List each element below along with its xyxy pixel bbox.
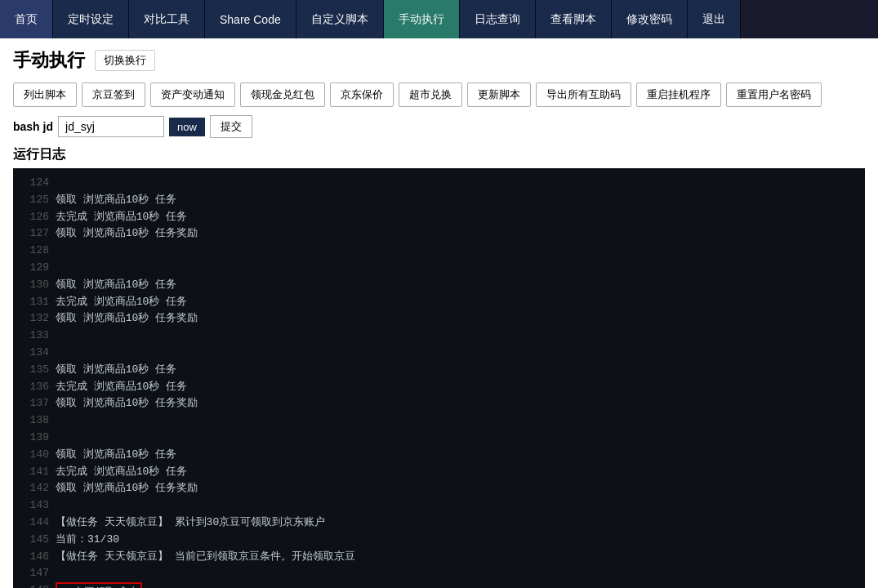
action-btn-领现金兑红包[interactable]: 领现金兑红包 xyxy=(240,82,325,107)
action-btn-重置用户名密码[interactable]: 重置用户名密码 xyxy=(726,82,822,107)
log-line-number: 135 xyxy=(23,362,49,379)
nav-item-定时设定[interactable]: 定时设定 xyxy=(53,0,129,38)
log-line-number: 136 xyxy=(23,379,49,396)
action-btn-京东保价[interactable]: 京东保价 xyxy=(330,82,394,107)
cmd-prefix: bash jd xyxy=(13,120,53,133)
log-line-text: 领取 浏览商品10秒 任务 xyxy=(56,277,176,294)
page-title-area: 手动执行 切换换行 xyxy=(13,48,865,73)
log-line-number: 148 xyxy=(23,582,49,588)
log-line: 127领取 浏览商品10秒 任务奖励 xyxy=(23,225,855,243)
log-line-text: 领取 浏览商品10秒 任务 xyxy=(56,362,176,379)
log-line: 147 xyxy=(23,565,855,582)
log-line: 145当前：31/30 xyxy=(23,532,855,549)
nav-item-自定义脚本[interactable]: 自定义脚本 xyxy=(296,0,384,38)
log-line-number: 141 xyxy=(23,464,49,481)
log-line-number: 129 xyxy=(23,260,49,277)
log-line: 125领取 浏览商品10秒 任务 xyxy=(23,192,855,209)
log-line-number: 124 xyxy=(23,175,49,192)
log-line: 131去完成 浏览商品10秒 任务 xyxy=(23,294,855,311)
cmd-input[interactable] xyxy=(58,116,164,137)
action-btn-重启挂机程序[interactable]: 重启挂机程序 xyxy=(636,82,721,107)
log-line-text: 领取 浏览商品10秒 任务奖励 xyxy=(56,310,198,327)
log-line-number: 146 xyxy=(23,549,49,566)
log-line-number: 133 xyxy=(23,327,49,345)
nav-item-首页[interactable]: 首页 xyxy=(0,0,53,38)
log-line-number: 139 xyxy=(23,430,49,447)
log-section-title: 运行日志 xyxy=(13,146,865,163)
log-line-number: 125 xyxy=(23,192,49,209)
log-line: 130领取 浏览商品10秒 任务 xyxy=(23,277,855,294)
nav-item-对比工具[interactable]: 对比工具 xyxy=(129,0,205,38)
log-line-text: 【做任务 天天领京豆】 累计到30京豆可领取到京东账户 xyxy=(56,514,325,532)
log-line-text: 领取 浏览商品10秒 任务奖励 xyxy=(56,395,198,412)
log-line-number: 130 xyxy=(23,277,49,294)
log-line-number: 132 xyxy=(23,310,49,327)
action-btn-资产变动通知[interactable]: 资产变动通知 xyxy=(150,82,235,107)
nav-item-手动执行[interactable]: 手动执行 xyxy=(384,0,460,38)
log-line-text: 领取 浏览商品10秒 任务奖励 xyxy=(56,225,198,243)
action-btn-导出所有互助码[interactable]: 导出所有互助码 xyxy=(536,82,631,107)
action-btn-更新脚本[interactable]: 更新脚本 xyxy=(467,82,531,107)
log-line-text: 当前：31/30 xyxy=(56,532,119,549)
log-line-number: 131 xyxy=(23,294,49,311)
log-line: 126去完成 浏览商品10秒 任务 xyxy=(23,209,855,226)
log-line: 142领取 浏览商品10秒 任务奖励 xyxy=(23,480,855,497)
log-area: 124125领取 浏览商品10秒 任务126去完成 浏览商品10秒 任务127领… xyxy=(13,168,865,588)
log-line-number: 127 xyxy=(23,225,49,243)
log-line-number: 134 xyxy=(23,345,49,362)
log-line: 138 xyxy=(23,412,855,430)
page-title: 手动执行 xyxy=(13,48,85,73)
log-line-text: 去完成 浏览商品10秒 任务 xyxy=(56,464,187,481)
log-line-number: 144 xyxy=(23,514,49,532)
navbar: 首页定时设定对比工具Share Code自定义脚本手动执行日志查询查看脚本修改密… xyxy=(0,0,878,38)
nav-item-ShareCode[interactable]: Share Code xyxy=(205,0,296,38)
log-line-number: 145 xyxy=(23,532,49,549)
log-line: 133 xyxy=(23,327,855,345)
log-line-number: 147 xyxy=(23,565,49,582)
log-line: 136去完成 浏览商品10秒 任务 xyxy=(23,379,855,396)
log-line: 124 xyxy=(23,175,855,192)
nav-item-退出[interactable]: 退出 xyxy=(688,0,741,38)
log-line: 128 xyxy=(23,243,855,260)
log-line: 144【做任务 天天领京豆】 累计到30京豆可领取到京东账户 xyxy=(23,514,855,532)
log-line: 14830京豆领取成功 xyxy=(23,582,855,588)
log-line: 141去完成 浏览商品10秒 任务 xyxy=(23,464,855,481)
log-line: 137领取 浏览商品10秒 任务奖励 xyxy=(23,395,855,412)
log-line: 135领取 浏览商品10秒 任务 xyxy=(23,362,855,379)
switch-btn[interactable]: 切换换行 xyxy=(95,50,155,71)
log-line-number: 143 xyxy=(23,497,49,514)
log-line-number: 128 xyxy=(23,243,49,260)
action-buttons: 列出脚本京豆签到资产变动通知领现金兑红包京东保价超市兑换更新脚本导出所有互助码重… xyxy=(13,82,865,107)
nav-item-日志查询[interactable]: 日志查询 xyxy=(460,0,536,38)
action-btn-超市兑换[interactable]: 超市兑换 xyxy=(399,82,462,107)
action-btn-京豆签到[interactable]: 京豆签到 xyxy=(82,82,145,107)
log-line-text: 领取 浏览商品10秒 任务奖励 xyxy=(56,480,198,497)
log-line-number: 137 xyxy=(23,395,49,412)
log-line-number: 142 xyxy=(23,480,49,497)
log-line-text: 领取 浏览商品10秒 任务 xyxy=(56,447,176,464)
log-line-text: 30京豆领取成功 xyxy=(56,582,142,588)
log-line-text: 领取 浏览商品10秒 任务 xyxy=(56,192,176,209)
nav-item-查看脚本[interactable]: 查看脚本 xyxy=(536,0,612,38)
log-line: 140领取 浏览商品10秒 任务 xyxy=(23,447,855,464)
main-content: 手动执行 切换换行 列出脚本京豆签到资产变动通知领现金兑红包京东保价超市兑换更新… xyxy=(0,38,878,588)
log-line: 132领取 浏览商品10秒 任务奖励 xyxy=(23,310,855,327)
log-line: 134 xyxy=(23,345,855,362)
log-line-text: 去完成 浏览商品10秒 任务 xyxy=(56,294,187,311)
log-line-text: 去完成 浏览商品10秒 任务 xyxy=(56,379,187,396)
log-line-text: 去完成 浏览商品10秒 任务 xyxy=(56,209,187,226)
log-line: 129 xyxy=(23,260,855,277)
log-line: 139 xyxy=(23,430,855,447)
log-line-number: 138 xyxy=(23,412,49,430)
log-line: 146【做任务 天天领京豆】 当前已到领取京豆条件。开始领取京豆 xyxy=(23,549,855,566)
action-btn-列出脚本[interactable]: 列出脚本 xyxy=(13,82,77,107)
cmd-submit-btn[interactable]: 提交 xyxy=(210,115,252,138)
log-line: 143 xyxy=(23,497,855,514)
log-line-number: 140 xyxy=(23,447,49,464)
nav-item-修改密码[interactable]: 修改密码 xyxy=(612,0,688,38)
log-line-text: 【做任务 天天领京豆】 当前已到领取京豆条件。开始领取京豆 xyxy=(56,549,355,566)
command-row: bash jd now 提交 xyxy=(13,115,865,138)
cmd-now-btn[interactable]: now xyxy=(169,118,205,136)
log-line-number: 126 xyxy=(23,209,49,226)
